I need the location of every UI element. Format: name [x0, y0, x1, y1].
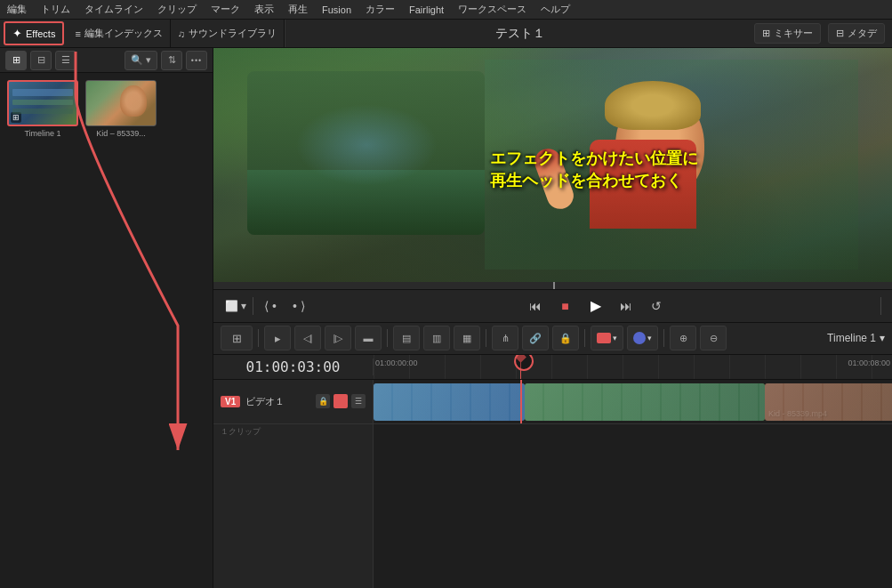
snap-btn[interactable]: ⋔ — [492, 326, 518, 350]
loop-btn[interactable]: ↺ — [645, 294, 668, 318]
track-sub-info-v1: １クリップ — [213, 424, 373, 439]
left-panel: ⊞ ⊟ ☰ 🔍 ▾ ⇅ ••• ⊞ Timeline 1 — [0, 48, 213, 588]
menu-edit[interactable]: 編集 — [7, 3, 27, 16]
zoom-out-btn[interactable]: ⊖ — [700, 326, 727, 350]
timeline-area: 01:00:03:00 01:00:00:00 01:00:08:00 — [213, 355, 892, 589]
view-list-btn[interactable]: ☰ — [55, 51, 76, 70]
sound-library-tab[interactable]: ♫ サウンドライブラリ — [171, 20, 285, 47]
media-grid: ⊞ Timeline 1 Kid – 85339... — [0, 73, 213, 145]
track-content: Kid - 85339.mp4 — [374, 380, 892, 589]
view-large-grid-btn[interactable]: ⊟ — [30, 51, 52, 70]
tools-bar: ⊞ ▸ ◁| |▷ ▬ ▤ ▥ ▦ ⋔ 🔗 🔒 ▾ ▾ ⊕ — [213, 323, 892, 355]
replace-tool[interactable]: ▦ — [454, 326, 480, 350]
playback-left: ⬜ ▾ ⟨ • • ⟩ — [224, 294, 310, 318]
prev-clip-btn[interactable]: ⟨ • — [259, 294, 282, 318]
ruler-mark-0: 01:00:00:00 — [375, 358, 418, 367]
dot-color — [633, 332, 646, 344]
zoom-in-btn[interactable]: ⊕ — [670, 326, 696, 350]
track-lane-v1: Kid - 85339.mp4 — [374, 380, 892, 424]
track-container: V1 ビデオ１ 🔒 ☰ １クリップ — [213, 380, 892, 589]
menu-mark[interactable]: マーク — [211, 3, 240, 16]
timecode-display[interactable]: 01:00:03:00 — [213, 358, 374, 375]
toolbar-row: ✦ Effects ≡ 編集インデックス ♫ サウンドライブラリ テスト１ ⊞ … — [0, 20, 892, 48]
mixer-button[interactable]: ⊞ ミキサー — [754, 23, 821, 44]
tool-sep-3 — [486, 329, 486, 347]
meta-label: メタデ — [848, 27, 877, 40]
view-small-grid-btn[interactable]: ⊞ — [5, 51, 27, 70]
media-item-timeline[interactable]: ⊞ Timeline 1 — [7, 80, 78, 138]
trim-end-tool[interactable]: |▷ — [325, 326, 351, 350]
playhead-circle — [514, 355, 534, 371]
meta-button[interactable]: ⊟ メタデ — [828, 23, 885, 44]
panel-toolbar: ⊞ ⊟ ☰ 🔍 ▾ ⇅ ••• — [0, 48, 213, 73]
monitor-btn[interactable]: ⬜ ▾ — [224, 294, 247, 318]
trim-start-tool[interactable]: ◁| — [294, 326, 321, 350]
menu-color[interactable]: カラー — [366, 3, 395, 16]
edit-index-label: 編集インデックス — [84, 27, 163, 40]
right-area: エフェクトをかけたい位置に 再生ヘッドを合わせておく ⬜ ▾ ⟨ • • ⟩ ⏮… — [213, 48, 892, 588]
media-item-kid[interactable]: Kid – 85339... — [85, 80, 157, 138]
meta-icon: ⊟ — [836, 28, 844, 39]
track-color-btn[interactable] — [333, 394, 348, 408]
dot-chevron: ▾ — [647, 334, 652, 342]
wand-icon: ✦ — [12, 27, 22, 40]
playback-center: ⏮ ■ ▶ ⏭ ↺ — [524, 294, 668, 318]
playback-bar: ⬜ ▾ ⟨ • • ⟩ ⏮ ■ ▶ ⏭ ↺ — [213, 289, 892, 323]
lock-btn[interactable]: 🔒 — [552, 326, 579, 350]
menu-fusion[interactable]: Fusion — [322, 4, 351, 15]
tool-sep-4 — [584, 329, 585, 347]
next-clip-btn[interactable]: • ⟩ — [287, 294, 310, 318]
stop-btn[interactable]: ■ — [554, 294, 577, 318]
go-start-btn[interactable]: ⏮ — [524, 294, 547, 318]
flag-dropdown[interactable]: ▾ — [591, 326, 623, 350]
play-btn[interactable]: ▶ — [584, 294, 607, 318]
header-right: ⊞ ミキサー ⊟ メタデ — [754, 23, 892, 44]
track-headers: V1 ビデオ１ 🔒 ☰ １クリップ — [213, 380, 374, 589]
tool-sep-5 — [663, 329, 664, 347]
menu-trim[interactable]: トリム — [41, 3, 70, 16]
track-mute-btn[interactable]: ☰ — [351, 394, 366, 408]
search-btn[interactable]: 🔍 ▾ — [125, 51, 157, 70]
track-badge-v1: V1 — [221, 396, 240, 407]
clip-3[interactable]: Kid - 85339.mp4 — [765, 383, 892, 421]
clip-2[interactable] — [525, 383, 765, 421]
menu-help[interactable]: ヘルプ — [541, 3, 570, 16]
menu-view[interactable]: 表示 — [254, 3, 274, 16]
menu-timeline[interactable]: タイムライン — [84, 3, 143, 16]
track-header-v1: V1 ビデオ１ 🔒 ☰ — [213, 380, 373, 424]
dot-dropdown[interactable]: ▾ — [627, 326, 658, 350]
go-end-btn[interactable]: ⏭ — [615, 294, 638, 318]
more-btn[interactable]: ••• — [186, 51, 207, 70]
track-name-v1: ビデオ１ — [245, 395, 285, 408]
playback-right — [880, 297, 881, 315]
mixer-label: ミキサー — [774, 27, 813, 40]
timeline-thumbnail[interactable]: ⊞ — [7, 80, 78, 126]
edit-index-tab[interactable]: ≡ 編集インデックス — [68, 20, 170, 47]
clip-1[interactable] — [374, 383, 525, 421]
blade-tool[interactable]: ▬ — [355, 326, 382, 350]
effects-tab[interactable]: ✦ Effects — [7, 25, 60, 42]
main-area: ⊞ ⊟ ☰ 🔍 ▾ ⇅ ••• ⊞ Timeline 1 — [0, 48, 892, 588]
preview-video: エフェクトをかけたい位置に 再生ヘッドを合わせておく — [213, 48, 892, 282]
track-lock-btn[interactable]: 🔒 — [316, 394, 330, 408]
sound-library-label: サウンドライブラリ — [189, 27, 277, 40]
menu-bar: 編集 トリム タイムライン クリップ マーク 表示 再生 Fusion カラー … — [0, 0, 892, 20]
kid-thumbnail[interactable] — [85, 80, 157, 126]
timeline-title-display: Timeline 1 ▾ — [827, 332, 885, 344]
time-ruler: 01:00:03:00 01:00:00:00 01:00:08:00 — [213, 355, 892, 380]
sort-btn[interactable]: ⇅ — [161, 51, 182, 70]
select-tool[interactable]: ▸ — [264, 326, 291, 350]
link-btn[interactable]: 🔗 — [522, 326, 549, 350]
preview-scrubber[interactable] — [213, 282, 892, 289]
menu-clip[interactable]: クリップ — [157, 3, 197, 16]
preview-scrubber-bar[interactable] — [213, 282, 892, 289]
menu-fairlight[interactable]: Fairlight — [409, 4, 444, 15]
timeline-view-btn[interactable]: ⊞ — [221, 326, 253, 350]
menu-workspace[interactable]: ワークスペース — [458, 3, 526, 16]
timeline-name-chevron: ▾ — [880, 332, 885, 344]
overwrite-tool[interactable]: ▤ — [393, 326, 420, 350]
menu-play[interactable]: 再生 — [288, 3, 308, 16]
tool-sep-2 — [387, 329, 388, 347]
ruler-mark-1: 01:00:08:00 — [848, 358, 890, 367]
insert-tool[interactable]: ▥ — [423, 326, 450, 350]
